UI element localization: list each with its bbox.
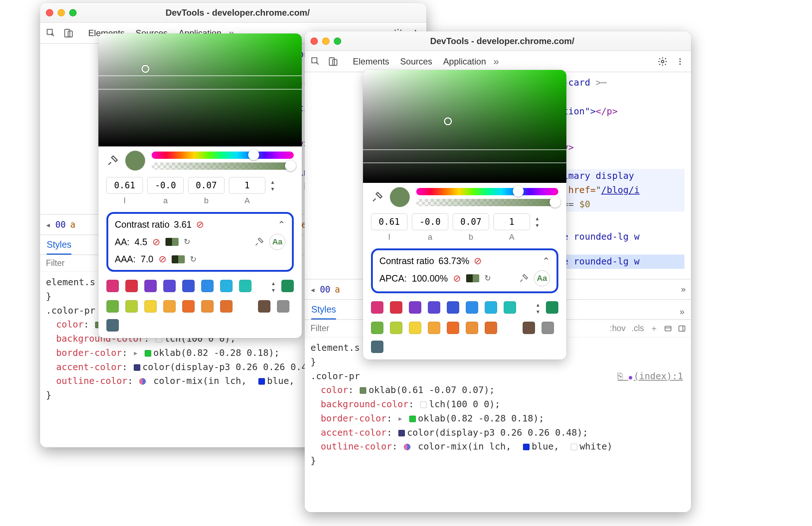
minimize-icon[interactable]	[322, 38, 329, 45]
palette-swatch[interactable]	[371, 322, 383, 334]
more-tabs-icon[interactable]: »	[493, 56, 499, 67]
palette-swatch[interactable]	[466, 322, 478, 334]
prop-value[interactable]: oklab(0.82 -0.28 0.18)	[153, 348, 274, 358]
expand-icon[interactable]: ▸	[133, 348, 138, 358]
bc-item[interactable]: a	[335, 284, 340, 295]
palette-swatch[interactable]	[106, 300, 119, 313]
palette-swatch[interactable]	[125, 280, 138, 292]
hov-toggle[interactable]: :hov	[610, 323, 625, 333]
rule-sel[interactable]: element.s	[46, 277, 95, 287]
input-a[interactable]: -0.0	[147, 177, 184, 194]
filter-input[interactable]	[45, 258, 89, 268]
tab-sources[interactable]: Sources	[400, 56, 432, 67]
prop-name[interactable]: border-color	[321, 413, 387, 424]
prop-name[interactable]: accent-color	[56, 362, 122, 372]
hue-slider[interactable]	[416, 188, 558, 195]
device-icon[interactable]	[63, 28, 74, 38]
prop-value[interactable]: color-mix(in lch,	[418, 441, 511, 452]
format-stepper[interactable]: ▴▾	[536, 215, 539, 229]
prop-value[interactable]: oklab(0.61 -0.07 0.07)	[368, 385, 489, 395]
hue-thumb[interactable]	[248, 149, 259, 160]
rendering-icon[interactable]	[664, 325, 672, 333]
tab-styles[interactable]: Styles	[311, 304, 336, 319]
palette-swatch[interactable]	[277, 300, 289, 313]
maximize-icon[interactable]	[69, 9, 77, 16]
format-stepper[interactable]: ▴▾	[271, 178, 274, 192]
tab-elements[interactable]: Elements	[353, 56, 389, 67]
rule-sel[interactable]: element.s	[311, 342, 360, 353]
chevron-up-icon[interactable]: ⌃	[542, 256, 550, 266]
dom-link[interactable]: /blog/i	[601, 185, 640, 195]
palette-stepper[interactable]: ▴▾	[272, 280, 275, 294]
prop-name[interactable]: outline-color	[56, 376, 128, 386]
reload-icon[interactable]: ↻	[190, 255, 196, 264]
aa-preview-chip[interactable]: Aa	[534, 270, 550, 286]
inspect-icon[interactable]	[311, 56, 321, 67]
palette-swatch[interactable]	[409, 301, 421, 314]
mix-white[interactable]: white	[579, 441, 607, 452]
close-icon[interactable]	[311, 38, 318, 45]
color-swatch-icon[interactable]	[420, 401, 427, 408]
palette-swatch[interactable]	[371, 301, 383, 314]
spectrum-canvas[interactable]	[363, 70, 566, 183]
hue-slider[interactable]	[152, 152, 294, 159]
bc-more-icon[interactable]: »	[681, 284, 686, 295]
palette-swatch[interactable]	[144, 280, 157, 292]
aa-preview-chip[interactable]: Aa	[269, 234, 285, 250]
inspect-icon[interactable]	[46, 28, 56, 38]
alpha-slider[interactable]	[416, 199, 558, 206]
sidebar-icon[interactable]	[678, 325, 686, 333]
filter-input[interactable]	[310, 323, 354, 334]
palette-swatch[interactable]	[144, 300, 157, 313]
palette-swatch[interactable]	[201, 300, 214, 313]
palette-swatch[interactable]	[485, 301, 497, 314]
palette-swatch[interactable]	[220, 280, 233, 292]
rule-sel[interactable]: .color-pr	[311, 371, 360, 381]
color-swatch-icon[interactable]	[523, 444, 530, 450]
prop-name[interactable]: outline-color	[321, 441, 392, 452]
copy-icon[interactable]: ⎘	[617, 371, 623, 381]
alpha-slider[interactable]	[152, 162, 294, 170]
palette-swatch[interactable]	[163, 300, 176, 313]
swatch-pair-icon[interactable]	[466, 274, 479, 282]
input-a[interactable]: -0.0	[412, 213, 448, 230]
palette-swatch[interactable]	[371, 341, 383, 353]
device-icon[interactable]	[328, 56, 338, 67]
prop-name[interactable]: accent-color	[321, 427, 387, 438]
prop-name[interactable]: border-color	[56, 348, 122, 358]
palette-swatch[interactable]	[485, 322, 497, 334]
input-alpha[interactable]: 1	[229, 177, 265, 194]
swatch-pair-icon[interactable]	[165, 238, 179, 246]
mix-blue[interactable]: blue	[267, 376, 289, 386]
palette-swatch[interactable]	[390, 301, 402, 314]
palette-stepper[interactable]: ▴▾	[536, 301, 539, 315]
palette-swatch[interactable]	[428, 322, 440, 334]
color-swatch-icon[interactable]	[145, 350, 151, 357]
palette-swatch[interactable]	[201, 280, 214, 292]
close-icon[interactable]	[46, 9, 53, 16]
palette-swatch[interactable]	[390, 322, 402, 334]
hue-thumb[interactable]	[513, 186, 524, 197]
reload-icon[interactable]: ↻	[184, 237, 190, 247]
cls-toggle[interactable]: .cls	[632, 323, 644, 333]
input-l[interactable]: 0.61	[371, 213, 407, 230]
palette-swatch[interactable]	[546, 301, 558, 314]
palette-swatch[interactable]	[106, 319, 119, 331]
prop-name[interactable]: color	[56, 319, 83, 330]
color-swatch-icon[interactable]	[134, 364, 140, 371]
palette-swatch[interactable]	[504, 301, 516, 314]
palette-swatch[interactable]	[409, 322, 421, 334]
prop-name[interactable]: background-color	[321, 399, 409, 409]
palette-swatch[interactable]	[466, 301, 478, 314]
color-swatch-icon[interactable]	[398, 430, 405, 436]
prop-value[interactable]: oklab(0.82 -0.28 0.18)	[418, 413, 539, 424]
color-swatch-icon[interactable]	[409, 416, 416, 422]
palette-swatch[interactable]	[106, 280, 119, 292]
palette-swatch[interactable]	[281, 280, 294, 292]
input-l[interactable]: 0.61	[106, 177, 143, 194]
palette-swatch[interactable]	[182, 280, 195, 292]
gear-icon[interactable]	[657, 56, 668, 67]
add-rule-icon[interactable]: ＋	[650, 323, 658, 334]
eyedropper-icon[interactable]	[519, 273, 529, 283]
mix-blue[interactable]: blue	[532, 441, 554, 452]
